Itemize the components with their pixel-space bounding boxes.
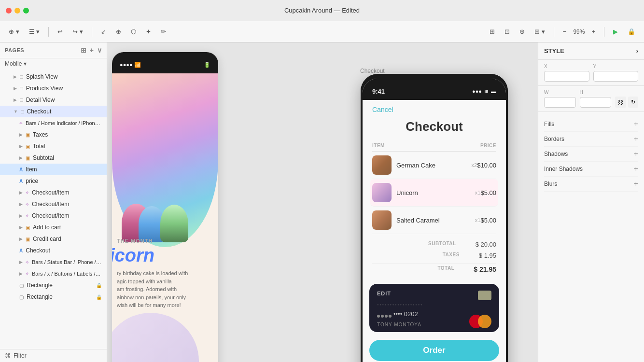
close-button[interactable] [6,8,12,14]
table-row[interactable]: Unicorn x1 $5.00 [370,179,498,207]
move-tool[interactable]: ↙ [98,26,109,37]
group-icon: ▣ [26,155,30,161]
shadows-section[interactable]: Shadows + [544,147,638,162]
layer-rect1[interactable]: ▢ Rectangle 🔒 [0,279,107,291]
cancel-button[interactable]: Cancel [363,100,506,115]
layer-taxes[interactable]: ▶ ▣ Taxes [0,129,107,140]
maximize-button[interactable] [23,8,29,14]
layer-subtotal[interactable]: ▶ ▣ Subtotal [0,152,107,164]
star-tool[interactable]: ✦ [143,26,154,37]
layout-view[interactable]: ⊞ ▾ [532,26,548,37]
table-header: ITEM PRICE [372,140,496,152]
toolbar: ⊕ ▾ ☰ ▾ ↩ ↪ ▾ ↙ ⊕ ⬡ ✦ ✏ ⊞ ⊡ ⊕ ⊞ ▾ − 99% … [0,21,644,42]
mobile-dropdown[interactable]: Mobile ▾ [0,58,107,69]
scale-tool[interactable]: ⊕ [113,26,124,37]
item-label: Item [26,166,102,173]
collapse-icon[interactable]: ∨ [97,46,102,54]
x-input[interactable] [544,71,589,82]
main-area: PAGES ⊞ + ∨ Mobile ▾ ▶ □ Splash View ▶ [0,42,644,362]
y-input[interactable] [593,71,639,82]
zoom-out[interactable]: − [560,26,570,37]
signal-icon2: ●●● [472,88,482,94]
layer-bars-home[interactable]: ⟡ Bars / Home Indicator / iPhone / Light… [0,117,107,129]
grid-view[interactable]: ⊞ [487,26,498,37]
add-tool-button[interactable]: ⊕ ▾ [6,26,22,37]
order-button[interactable]: Order [369,340,499,361]
layer-bars-x-btns[interactable]: ▶ ⟡ Bars / x / Buttons / Labels / Left -… [0,268,107,279]
grid-icon[interactable]: ⊞ [81,46,87,54]
layer-checkout-item3[interactable]: ▶ ⟡ Checkout/Item [0,210,107,222]
total-label: TOTAL [437,265,454,273]
share-button[interactable]: 🔒 [625,26,638,37]
pages-list: ▶ □ Splash View ▶ □ Products View ▶ □ De… [0,69,107,305]
group-icon: ▣ [26,132,30,138]
list-view[interactable]: ⊡ [502,26,513,37]
table-row[interactable]: Salted Caramel x1 $5.00 [372,207,496,234]
layer-credit-card[interactable]: ▶ ▣ Credit card [0,233,107,245]
card-number-dots [377,315,392,318]
fills-section[interactable]: Fills + [544,117,638,132]
checkout-item1-label: Checkout/Item [32,189,102,196]
layer-bars-status[interactable]: ▶ ⟡ Bars / Status Bar / iPhone / Dark [0,256,107,268]
x-coord: X [544,64,589,82]
layer-price-text[interactable]: A price [0,175,107,187]
y-coord: Y [593,64,639,82]
bars-status-label: Bars / Status Bar / iPhone / Dark [32,259,102,265]
add-page-icon[interactable]: + [90,46,94,54]
zoom-in[interactable]: + [588,26,598,37]
shape-tool[interactable]: ⬡ [128,26,139,37]
blurs-section[interactable]: Blurs + [544,177,638,192]
rect1-label: Rectangle [27,282,93,289]
splash-label: Splash View [26,73,102,80]
inner-shadows-add-icon[interactable]: + [634,165,638,173]
table-row[interactable]: German Cake x2 $10.00 [372,152,496,179]
layer-total[interactable]: ▶ ▣ Total [0,140,107,152]
rotate-button[interactable]: ↻ [628,97,638,108]
style-chevron: › [636,47,638,55]
layer-checkout-text[interactable]: A Checkout [0,245,107,256]
separator [48,27,49,37]
add-view[interactable]: ⊕ [517,26,528,37]
sidebar-item-splash[interactable]: ▶ □ Splash View [0,71,107,83]
col-item: ITEM [372,143,385,148]
titlebar: Cupcakin Around — Edited [0,0,644,21]
insert-tool-button[interactable]: ☰ ▾ [26,26,43,37]
undo-button[interactable]: ↩ [55,26,66,37]
redo-button[interactable]: ↪ ▾ [70,26,86,37]
layer-rect2[interactable]: ▢ Rectangle 🔒 [0,291,107,303]
page-icon: □ [20,97,23,103]
layer-checkout-item1[interactable]: ▶ ⟡ Checkout/Item [0,187,107,198]
constrain-proportions[interactable]: ⛓ [615,97,626,108]
sidebar-item-products[interactable]: ▶ □ Products View [0,83,107,94]
layer-add-to-cart[interactable]: ▶ ▣ Add to cart [0,222,107,233]
borders-section[interactable]: Borders + [544,132,638,147]
w-input[interactable] [544,97,576,108]
chevron-right-icon: ▶ [14,74,17,79]
filter-bar[interactable]: ⌘ Filter [0,349,107,362]
inner-shadows-section[interactable]: Inner Shadows + [544,162,638,177]
h-input[interactable] [580,97,612,108]
checkout-title: Checkout [363,115,506,140]
unicorn-qty: x1 [475,190,481,195]
card-edit-label[interactable]: EDIT [377,291,391,296]
products-label: Products View [26,85,102,92]
layer-item-text[interactable]: A Item [0,164,107,175]
chevron-right-icon: ▶ [14,97,17,102]
pen-tool[interactable]: ✏ [158,26,169,37]
pages-header-icons: ⊞ + ∨ [81,46,102,54]
chevron-right-icon: ▶ [19,132,23,137]
shadows-add-icon[interactable]: + [634,150,638,158]
canvas[interactable]: ●●●● 📶 🔋 🛒 THE MONTH icorn ry birth [107,42,538,362]
separator3 [554,27,554,37]
fills-add-icon[interactable]: + [634,120,638,128]
minimize-button[interactable] [14,8,20,14]
sidebar-item-detail[interactable]: ▶ □ Detail View [0,94,107,106]
blurs-add-icon[interactable]: + [634,180,638,188]
zoom-level: 99% [573,28,585,35]
chevron-right-icon: ▶ [19,271,23,276]
play-button[interactable]: ▶ [610,26,621,37]
checkout-item2-label: Checkout/Item [32,201,102,208]
borders-add-icon[interactable]: + [634,135,638,143]
layer-checkout-item2[interactable]: ▶ ⟡ Checkout/Item [0,198,107,210]
sidebar-item-checkout[interactable]: ▼ □ Checkout [0,106,107,117]
